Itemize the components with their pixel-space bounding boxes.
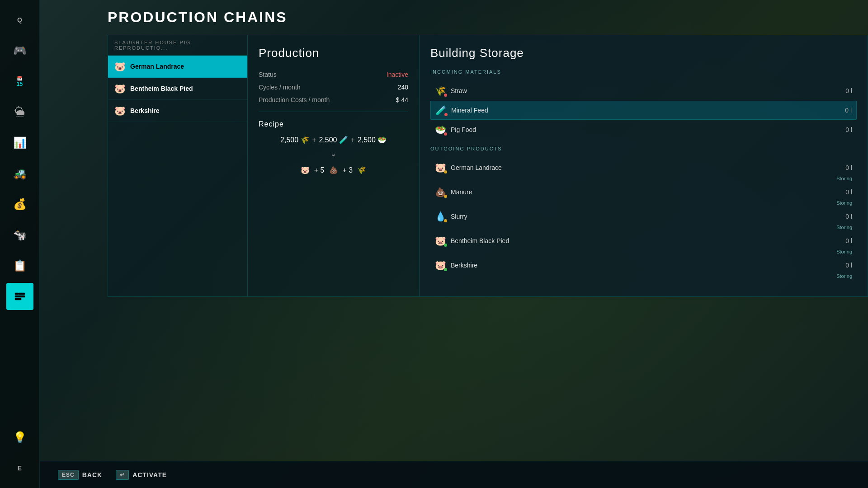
outgoing-wrapper-manure: 💩 Manure 0 l Storing <box>430 183 857 206</box>
output-1-icon: 🐷 <box>301 166 310 174</box>
material-sub-manure: Storing <box>430 200 857 206</box>
divider <box>259 112 408 112</box>
chain-list: 🐷 German Landrace 🐷 Bentheim Black Pied … <box>108 56 247 122</box>
chain-panel-header: SLAUGHTER HOUSE PIG REPRODUCTIO... <box>108 35 247 56</box>
sidebar-icon-e[interactable]: E <box>6 455 33 482</box>
sidebar-icon-money[interactable]: 💰 <box>6 191 33 218</box>
outgoing-wrapper-slurry: 💧 Slurry 0 l Storing <box>430 207 857 230</box>
svg-rect-1 <box>19 293 25 295</box>
chain-item-german-landrace[interactable]: 🐷 German Landrace <box>108 56 247 78</box>
sidebar-icon-tractor[interactable]: 🚜 <box>6 160 33 187</box>
ingredient-1-amount: 2,500 <box>280 136 298 144</box>
sidebar-icon-nav[interactable]: 🎮 <box>6 37 33 64</box>
outgoing-manure[interactable]: 💩 Manure 0 l <box>430 183 857 201</box>
sidebar-icon-weather[interactable]: 🌦 <box>6 99 33 126</box>
chain-item-label-bentheim-black-pied: Bentheim Black Pied <box>130 85 193 92</box>
ingredient-2-icon: 🧪 <box>339 136 348 144</box>
costs-label: Production Costs / month <box>259 96 330 103</box>
storage-panel: Building Storage INCOMING MATERIALS 🌾 St… <box>420 35 868 297</box>
main-content: PRODUCTION CHAINS SLAUGHTER HOUSE PIG RE… <box>40 0 868 488</box>
stat-row-status: Status Inactive <box>259 71 408 78</box>
incoming-list: 🌾 Straw 0 l 🧪 Mineral Feed 0 l 🥗 Pig Foo… <box>430 82 857 139</box>
material-name-german-landrace: German Landrace <box>451 164 839 171</box>
costs-value: $ 44 <box>396 96 408 103</box>
output-1-amount: + 5 <box>314 166 325 174</box>
material-sub-german-landrace: Storing <box>430 176 857 181</box>
ingredient-3-amount: 2,500 <box>358 136 376 144</box>
status-value: Inactive <box>387 71 408 78</box>
outgoing-wrapper-berkshire: 🐷 Berkshire 0 l Storing <box>430 256 857 279</box>
material-icon-pig-food: 🥗 <box>435 124 446 135</box>
chain-panel: SLAUGHTER HOUSE PIG REPRODUCTIO... 🐷 Ger… <box>108 35 248 297</box>
svg-rect-0 <box>15 293 19 295</box>
chain-item-label-german-landrace: German Landrace <box>130 63 184 70</box>
material-amount-bentheim-black-pied: 0 l <box>839 237 852 244</box>
sidebar-icon-q[interactable]: Q <box>6 6 33 33</box>
incoming-straw[interactable]: 🌾 Straw 0 l <box>430 82 857 100</box>
material-name-bentheim-black-pied: Bentheim Black Pied <box>451 237 839 244</box>
outgoing-header-wrapper: OUTGOING PRODUCTS <box>430 146 857 153</box>
material-amount-mineral-feed: 0 l <box>838 107 852 114</box>
sidebar-icon-book[interactable]: 📋 <box>6 252 33 279</box>
outgoing-slurry[interactable]: 💧 Slurry 0 l <box>430 207 857 225</box>
chain-item-icon-german-landrace: 🐷 <box>114 61 126 72</box>
outgoing-german-landrace[interactable]: 🐷 German Landrace 0 l <box>430 159 857 177</box>
ingredient-3-icon: 🥗 <box>377 136 387 144</box>
recipe-ingredients: 2,500 🌾 + 2,500 🧪 + 2,500 🥗 <box>259 136 408 144</box>
sidebar-icon-calendar[interactable]: 📅 15 <box>6 68 33 95</box>
material-sub-slurry: Storing <box>430 225 857 230</box>
chain-item-bentheim-black-pied[interactable]: 🐷 Bentheim Black Pied <box>108 78 247 100</box>
recipe-chevron: ⌄ <box>259 149 408 159</box>
stat-row-costs: Production Costs / month $ 44 <box>259 96 408 103</box>
recipe-title: Recipe <box>259 120 408 128</box>
sidebar-icon-stats[interactable]: 📊 <box>6 129 33 156</box>
material-name-pig-food: Pig Food <box>451 126 839 133</box>
activate-label: ACTIVATE <box>132 471 167 479</box>
sidebar-icon-chains[interactable] <box>6 283 33 310</box>
material-icon-bentheim-black-pied: 🐷 <box>435 235 446 246</box>
outgoing-bentheim-black-pied[interactable]: 🐷 Bentheim Black Pied 0 l <box>430 232 857 250</box>
storage-panel-title: Building Storage <box>430 46 857 60</box>
production-panel: Production Status Inactive Cycles / mont… <box>248 35 420 297</box>
plus-1: + <box>312 136 316 144</box>
material-name-manure: Manure <box>451 188 839 196</box>
material-amount-pig-food: 0 l <box>839 126 852 133</box>
material-icon-german-landrace: 🐷 <box>435 162 446 173</box>
status-label: Status <box>259 71 277 78</box>
output-2-icon: 💩 <box>329 166 338 174</box>
incoming-pig-food[interactable]: 🥗 Pig Food 0 l <box>430 121 857 139</box>
cycles-value: 240 <box>398 84 408 91</box>
bottom-bar: ESC BACK ↵ ACTIVATE <box>40 461 868 488</box>
chain-item-berkshire[interactable]: 🐷 Berkshire <box>108 100 247 122</box>
material-icon-mineral-feed: 🧪 <box>435 105 447 116</box>
stat-row-cycles: Cycles / month 240 <box>259 84 408 91</box>
recipe-outputs: 🐷 + 5 💩 + 3 🌾 <box>259 166 408 174</box>
material-name-berkshire: Berkshire <box>451 262 839 269</box>
output-2-amount: + 3 <box>343 166 353 174</box>
sidebar-icon-animals[interactable]: 🐄 <box>6 221 33 249</box>
cycles-label: Cycles / month <box>259 84 301 91</box>
ingredient-1-icon: 🌾 <box>300 136 309 144</box>
output-3-icon: 🌾 <box>357 166 366 174</box>
ingredient-2-amount: 2,500 <box>319 136 337 144</box>
material-amount-straw: 0 l <box>839 87 852 94</box>
outgoing-berkshire[interactable]: 🐷 Berkshire 0 l <box>430 256 857 274</box>
production-title: Production <box>259 46 408 60</box>
page-title: PRODUCTION CHAINS <box>108 9 868 26</box>
material-name-straw: Straw <box>451 87 839 94</box>
svg-rect-2 <box>15 296 25 297</box>
incoming-mineral-feed[interactable]: 🧪 Mineral Feed 0 l <box>430 101 857 120</box>
chain-item-icon-bentheim-black-pied: 🐷 <box>114 83 126 94</box>
svg-rect-3 <box>15 298 21 300</box>
material-name-slurry: Slurry <box>451 213 839 220</box>
sidebar: Q 🎮 📅 15 🌦 📊 🚜 💰 🐄 📋 💡 E <box>0 0 40 488</box>
material-icon-manure: 💩 <box>435 187 446 197</box>
outgoing-list: 🐷 German Landrace 0 l Storing 💩 Manure 0… <box>430 159 857 279</box>
material-icon-slurry: 💧 <box>435 211 446 222</box>
panels: SLAUGHTER HOUSE PIG REPRODUCTIO... 🐷 Ger… <box>108 35 868 297</box>
sidebar-icon-help[interactable]: 💡 <box>6 424 33 451</box>
back-button[interactable]: ESC BACK <box>58 470 102 480</box>
ingredient-3: 2,500 🥗 <box>358 136 387 144</box>
activate-button[interactable]: ↵ ACTIVATE <box>116 470 167 480</box>
ingredient-2: 2,500 🧪 <box>319 136 348 144</box>
